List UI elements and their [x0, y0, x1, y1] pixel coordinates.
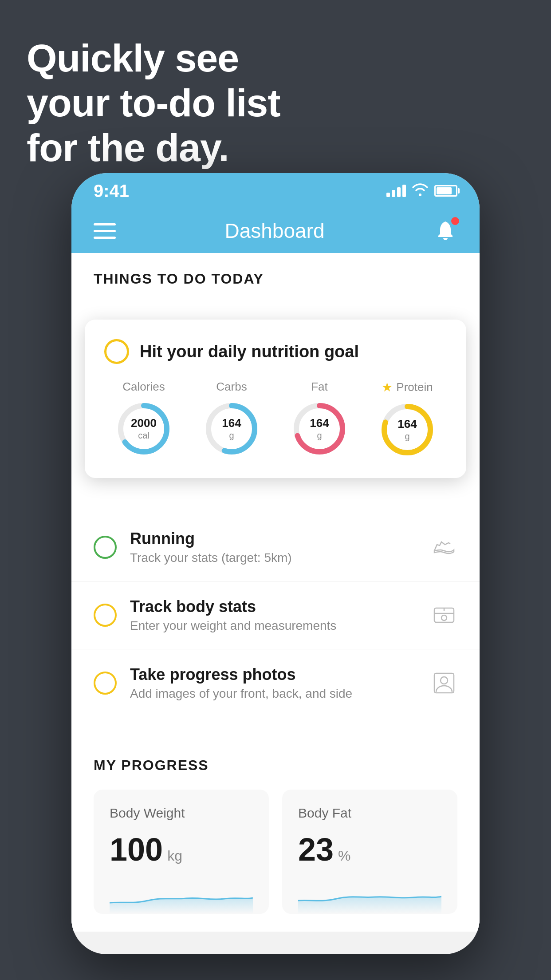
- svg-point-13: [441, 677, 448, 684]
- svg-rect-12: [434, 673, 454, 693]
- protein-value: 164: [398, 417, 417, 431]
- nutrition-card-header: Hit your daily nutrition goal: [104, 339, 447, 364]
- todo-subtitle-running: Track your stats (target: 5km): [130, 551, 417, 565]
- status-icons: [386, 182, 457, 200]
- todo-item-photos[interactable]: Take progress photos Add images of your …: [71, 649, 480, 717]
- protein-label: ★ Protein: [382, 380, 433, 395]
- wifi-icon: [411, 182, 429, 200]
- body-weight-value-container: 100 kg: [110, 831, 253, 868]
- protein-unit: g: [398, 431, 417, 442]
- fat-value: 164: [310, 416, 329, 430]
- notification-button[interactable]: [433, 219, 457, 243]
- body-weight-number: 100: [110, 831, 163, 868]
- body-weight-chart: [110, 878, 253, 914]
- carbs-value: 164: [222, 416, 241, 430]
- calories-unit: cal: [131, 431, 157, 441]
- todo-circle-photos: [94, 672, 117, 695]
- protein-metric: ★ Protein 164 g: [378, 380, 436, 458]
- main-content: THINGS TO DO TODAY Hit your daily nutrit…: [71, 253, 480, 932]
- carbs-donut: 164 g: [203, 400, 260, 458]
- fat-unit: g: [310, 431, 329, 441]
- body-weight-title: Body Weight: [110, 806, 253, 821]
- signal-icon: [386, 185, 406, 197]
- calories-value: 2000: [131, 416, 157, 430]
- menu-button[interactable]: [94, 223, 116, 239]
- calories-metric: Calories 2000 cal: [115, 380, 173, 458]
- todo-subtitle-body-stats: Enter your weight and measurements: [130, 619, 417, 633]
- nutrition-title: Hit your daily nutrition goal: [140, 342, 359, 361]
- star-icon: ★: [382, 380, 393, 395]
- status-time: 9:41: [94, 181, 129, 201]
- body-weight-unit: kg: [167, 848, 182, 864]
- todo-circle-running: [94, 536, 117, 559]
- nutrition-metrics: Calories 2000 cal C: [104, 380, 447, 458]
- progress-cards: Body Weight 100 kg: [94, 790, 457, 914]
- shoe-icon: [431, 534, 457, 561]
- todo-text-photos: Take progress photos Add images of your …: [130, 665, 417, 701]
- todo-text-running: Running Track your stats (target: 5km): [130, 530, 417, 565]
- notification-badge: [451, 217, 459, 225]
- body-fat-card: Body Fat 23 %: [282, 790, 457, 914]
- body-fat-title: Body Fat: [298, 806, 441, 821]
- phone-frame: 9:41 Dashboard: [71, 173, 480, 954]
- calories-label: Calories: [122, 380, 165, 394]
- todo-list: Running Track your stats (target: 5km) T…: [71, 514, 480, 717]
- nav-title: Dashboard: [224, 219, 324, 243]
- progress-header: MY PROGRESS: [94, 757, 457, 774]
- todo-item-running[interactable]: Running Track your stats (target: 5km): [71, 514, 480, 581]
- body-fat-number: 23: [298, 831, 334, 868]
- svg-point-10: [441, 615, 447, 620]
- todo-title-photos: Take progress photos: [130, 665, 417, 684]
- carbs-unit: g: [222, 431, 241, 441]
- progress-section: MY PROGRESS Body Weight 100 kg: [71, 735, 480, 932]
- calories-donut: 2000 cal: [115, 400, 173, 458]
- person-icon: [431, 670, 457, 696]
- nutrition-check-circle[interactable]: [104, 339, 129, 364]
- scale-icon: [431, 602, 457, 628]
- nav-bar: Dashboard: [71, 209, 480, 253]
- todo-item-body-stats[interactable]: Track body stats Enter your weight and m…: [71, 581, 480, 649]
- carbs-metric: Carbs 164 g: [203, 380, 260, 458]
- headline: Quickly see your to-do list for the day.: [27, 36, 280, 170]
- nutrition-card: Hit your daily nutrition goal Calories: [85, 320, 466, 478]
- todo-title-body-stats: Track body stats: [130, 597, 417, 616]
- protein-donut: 164 g: [378, 401, 436, 458]
- carbs-label: Carbs: [216, 380, 247, 394]
- fat-donut: 164 g: [291, 400, 348, 458]
- body-fat-chart: [298, 878, 441, 914]
- things-to-do-header: THINGS TO DO TODAY: [71, 253, 480, 296]
- body-weight-card: Body Weight 100 kg: [94, 790, 269, 914]
- todo-title-running: Running: [130, 530, 417, 548]
- fat-label: Fat: [311, 380, 328, 394]
- status-bar: 9:41: [71, 173, 480, 209]
- battery-icon: [434, 185, 457, 197]
- fat-metric: Fat 164 g: [291, 380, 348, 458]
- todo-subtitle-photos: Add images of your front, back, and side: [130, 687, 417, 701]
- todo-circle-body-stats: [94, 604, 117, 627]
- body-fat-unit: %: [338, 848, 350, 864]
- todo-text-body-stats: Track body stats Enter your weight and m…: [130, 597, 417, 633]
- body-fat-value-container: 23 %: [298, 831, 441, 868]
